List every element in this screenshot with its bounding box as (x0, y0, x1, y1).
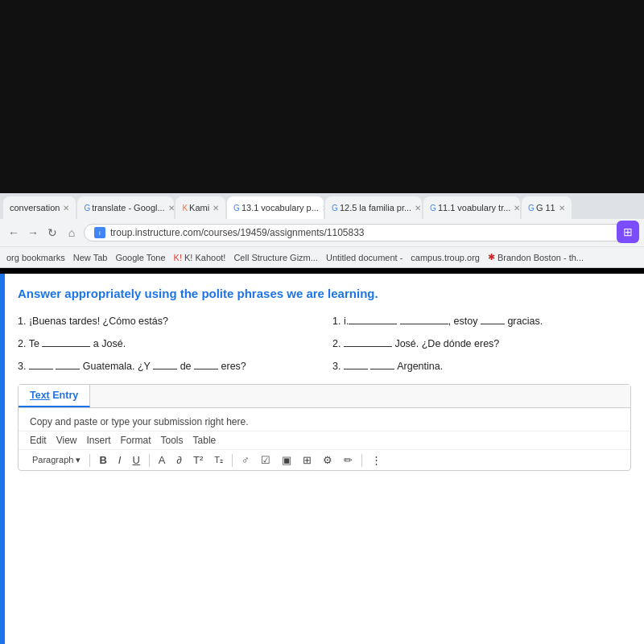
tab-kami[interactable]: K Kami ✕ (175, 196, 225, 219)
tab-bar: conversation ✕ G translate - Googl... ✕ … (0, 193, 644, 219)
laptop-bezel (0, 0, 644, 193)
script-button[interactable]: ∂ (175, 453, 184, 467)
separator (149, 454, 150, 467)
tab-familia[interactable]: G 12.5 la familia pr... ✕ (325, 196, 422, 219)
url-text: troup.instructure.com/courses/19459/assi… (110, 227, 365, 238)
tab-close-icon[interactable]: ✕ (168, 204, 175, 213)
question-right-3: 3. Argentina. (332, 358, 631, 374)
favicon: i (94, 227, 105, 238)
tab-close-icon[interactable]: ✕ (559, 204, 565, 213)
browser-chrome: conversation ✕ G translate - Googl... ✕ … (0, 193, 644, 268)
question-left-2: 2. Te a José. (18, 336, 316, 352)
bookmark-3[interactable]: K! K! Kahoot! (174, 253, 226, 262)
italic-button[interactable]: I (116, 453, 124, 467)
tab-close-icon[interactable]: ✕ (63, 204, 69, 213)
accent-bar (0, 274, 5, 644)
back-button[interactable]: ← (6, 225, 21, 240)
edit-icon[interactable]: ✏ (341, 453, 355, 467)
bookmark-7[interactable]: ✱ Brandon Boston - th... (488, 252, 584, 262)
content-area: Answer appropriately using the polite ph… (0, 274, 644, 644)
bookmarks-bar: org bookmarks New Tab Google Tone K! K! … (0, 246, 644, 267)
settings-button[interactable]: ⚙ (320, 453, 335, 467)
editor-menu-bar: Edit View Insert Format Tools Table (19, 431, 630, 449)
table-menu[interactable]: Table (193, 435, 217, 446)
more-button[interactable]: ⋮ (369, 453, 384, 467)
view-menu[interactable]: View (56, 435, 77, 446)
grid-button[interactable]: ⊞ (300, 453, 314, 467)
bookmark-1[interactable]: New Tab (73, 253, 108, 262)
address-bar: ← → ↻ ⌂ i troup.instructure.com/courses/… (0, 219, 644, 246)
media-button[interactable]: ▣ (279, 453, 294, 467)
tab-translate[interactable]: G translate - Googl... ✕ (77, 196, 174, 219)
tab-vocab1[interactable]: G 13.1 vocabulary p... ✕ (227, 196, 324, 219)
format-menu[interactable]: Format (121, 435, 151, 446)
question-right-2: 2. José. ¿De dónde eres? (332, 336, 631, 352)
assignment-title: Answer appropriately using the polite ph… (18, 287, 631, 300)
question-left-1: 1. ¡Buenas tardes! ¿Cómo estás? (18, 313, 316, 329)
font-color-button[interactable]: A (156, 453, 168, 467)
bold-button[interactable]: B (97, 453, 109, 467)
tab-conversation[interactable]: conversation ✕ (3, 196, 76, 219)
text-tab[interactable]: Text Entry (19, 385, 90, 407)
bookmark-2[interactable]: Google Tone (115, 253, 165, 262)
tab-close-icon[interactable]: ✕ (415, 204, 421, 213)
separator (89, 454, 90, 467)
underline-button[interactable]: U (130, 453, 142, 467)
bookmark-4[interactable]: Cell Structure Gizm... (233, 253, 318, 262)
checklist-button[interactable]: ☑ (258, 453, 273, 467)
special1-button[interactable]: ♂ (239, 453, 252, 467)
question-right-1: 1. i. , estoy gracias. (332, 313, 631, 329)
submission-hint: Copy and paste or type your submission r… (19, 408, 630, 431)
tab-g11[interactable]: G G 11 ✕ (522, 196, 572, 219)
tab-close-icon[interactable]: ✕ (213, 204, 219, 213)
entry-tab-bar: Text Entry (19, 385, 630, 408)
tab-vocab2[interactable]: G 11.1 voabulary tr... ✕ (423, 196, 520, 219)
forward-button[interactable]: → (26, 225, 40, 240)
subscript-button[interactable]: T₂ (212, 454, 225, 466)
superscript-button[interactable]: T² (191, 453, 205, 467)
bookmark-5[interactable]: Untitled document - (326, 253, 402, 262)
separator (361, 454, 362, 467)
extension-icon[interactable]: ⊞ (617, 221, 639, 243)
tab-close-icon[interactable]: ✕ (322, 204, 324, 213)
tools-menu[interactable]: Tools (161, 435, 184, 446)
tab-close-icon[interactable]: ✕ (514, 204, 520, 213)
url-bar[interactable]: i troup.instructure.com/courses/19459/as… (84, 224, 638, 242)
text-entry-section: Text Entry Copy and paste or type your s… (18, 384, 631, 471)
question-left-3: 3. Guatemala. ¿Y de eres? (18, 358, 316, 374)
insert-menu[interactable]: Insert (86, 435, 110, 446)
reload-button[interactable]: ↻ (45, 225, 60, 240)
questions-grid: 1. ¡Buenas tardes! ¿Cómo estás? 2. Te a … (18, 313, 631, 374)
format-bar: Paragraph ▾ B I U A ∂ T² T₂ ♂ ☑ ▣ ⊞ ⚙ (19, 449, 630, 470)
bookmark-6[interactable]: campus.troup.org (411, 253, 480, 262)
edit-menu[interactable]: Edit (30, 435, 47, 446)
bookmark-0[interactable]: org bookmarks (6, 253, 65, 262)
paragraph-dropdown[interactable]: Paragraph ▾ (30, 454, 83, 466)
separator (232, 454, 233, 467)
home-button[interactable]: ⌂ (64, 225, 79, 240)
